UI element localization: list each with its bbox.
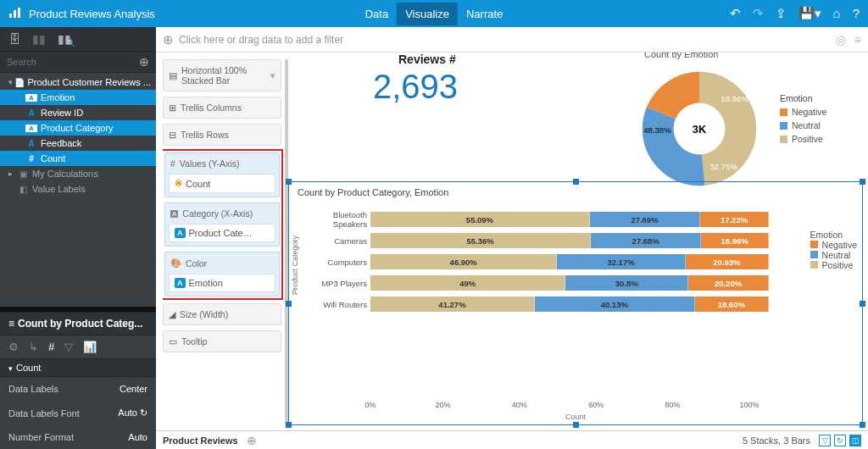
donut-chart[interactable]: 3K 48.38% 32.75% 18.86% — [632, 61, 767, 197]
help-icon[interactable]: ? — [853, 6, 860, 21]
selection-collapse-icon[interactable]: ≡ — [8, 318, 14, 330]
tree-field-feedback[interactable]: AFeedback — [0, 136, 156, 151]
tree-value-labels[interactable]: ◧Value Labels — [0, 181, 156, 197]
app-title: Product Reviews Analysis — [29, 8, 155, 20]
bar-segment-neu[interactable]: 27.68% — [591, 233, 701, 248]
prop-number-format[interactable]: Number FormatAuto — [0, 425, 156, 449]
bar-row[interactable]: Computers46.90%32.17%20.93% — [370, 254, 769, 269]
add-sheet-button[interactable]: ⊕ — [247, 434, 257, 447]
add-data-button[interactable]: ⊕ — [139, 55, 149, 69]
resize-handle[interactable] — [860, 179, 865, 185]
tree-field-count[interactable]: #Count — [0, 151, 156, 166]
view-filter-icon[interactable]: ▽ — [819, 435, 831, 446]
tool-axes-icon[interactable]: ↳ — [29, 341, 38, 353]
tree-my-calculations[interactable]: ▸▣My Calculations — [0, 166, 156, 181]
legend-item-negative[interactable]: Negative — [780, 106, 826, 119]
legend-item-negative[interactable]: Negative — [810, 240, 857, 250]
section-count[interactable]: ▾Count — [0, 358, 156, 377]
dz-color[interactable]: 🎨Color AEmotion — [164, 252, 280, 297]
x-tick: 40% — [512, 401, 527, 409]
resize-handle[interactable] — [573, 422, 579, 428]
dz-category[interactable]: ACategory (X-Axis) AProduct Cate… — [164, 202, 280, 247]
status-text: 5 Stacks, 3 Bars — [743, 435, 810, 446]
bar-category-label: Cameras — [301, 236, 367, 246]
list-icon[interactable]: ≡ — [854, 33, 861, 47]
sheet-tab[interactable]: Product Reviews — [163, 435, 238, 446]
annotation-icon[interactable]: ◎ — [836, 33, 846, 47]
bar-segment-pos[interactable]: 41.27% — [370, 297, 535, 312]
chip-product-category[interactable]: AProduct Cate… — [169, 224, 275, 242]
redo-icon[interactable]: ↷ — [753, 6, 764, 21]
bar-segment-neu[interactable]: 32.17% — [557, 254, 685, 269]
bar-segment-neg[interactable]: 17.22% — [700, 212, 769, 227]
dz-size[interactable]: ◢Size (Width) — [163, 303, 281, 325]
tool-analytics-icon[interactable]: 📊 — [83, 341, 97, 353]
undo-icon[interactable]: ↶ — [730, 6, 741, 21]
prop-data-labels[interactable]: Data LabelsCenter — [0, 377, 156, 401]
selected-chart[interactable]: Count by Product Category, Emotion Produ… — [288, 181, 863, 425]
legend-item-neutral[interactable]: Neutral — [780, 119, 826, 133]
data-icon[interactable]: 🗄 — [8, 32, 20, 46]
tool-settings-icon[interactable]: ⚙ — [8, 341, 19, 353]
bar-segment-neg[interactable]: 20.20% — [688, 275, 769, 291]
tree-field-emotion[interactable]: AEmotion — [0, 90, 156, 105]
bar-segment-pos[interactable]: 55.36% — [370, 233, 591, 248]
refresh-icon[interactable]: ↻ — [140, 407, 147, 418]
bar-segment-neg[interactable]: 18.60% — [695, 297, 769, 312]
save-icon[interactable]: 💾▾ — [798, 6, 821, 21]
chip-count[interactable]: ※Count — [169, 174, 275, 193]
bar-segment-neu[interactable]: 30.8% — [565, 275, 688, 291]
bar-row[interactable]: Bluetooth Speakers55.09%27.69%17.22% — [370, 212, 769, 227]
legend-item-positive[interactable]: Positive — [810, 260, 857, 270]
tab-narrate[interactable]: Narrate — [458, 3, 511, 25]
share-icon[interactable]: ⇪ — [776, 6, 787, 21]
bar-segment-neg[interactable]: 16.96% — [701, 233, 769, 248]
tree-field-product-category[interactable]: AProduct Category — [0, 120, 156, 136]
resize-handle[interactable] — [286, 301, 292, 307]
trellis-rows-icon: ⊟ — [169, 130, 176, 140]
mode-tabs: Data Visualize Narrate — [357, 3, 512, 25]
bar-segment-neg[interactable]: 20.93% — [686, 254, 769, 269]
measure-icon: ※ — [175, 178, 182, 189]
home-icon[interactable]: ⌂ — [833, 6, 841, 21]
bar-segment-pos[interactable]: 55.09% — [370, 212, 590, 227]
tool-grid-icon[interactable]: # — [48, 341, 54, 353]
view-panel-icon[interactable]: ◫ — [849, 435, 861, 446]
prop-data-labels-font[interactable]: Data Labels FontAuto ↻ — [0, 401, 156, 425]
x-tick: 80% — [665, 401, 681, 409]
footer: Product Reviews ⊕ 5 Stacks, 3 Bars ▽ ↻ ◫ — [156, 430, 868, 449]
insight-icon[interactable]: ▮▮🔍 — [58, 32, 71, 46]
resize-handle[interactable] — [286, 422, 292, 428]
sidebar-search: ⊕ — [0, 52, 156, 73]
tab-data[interactable]: Data — [357, 3, 397, 25]
bar-row[interactable]: MP3 Players49%30.8%20.20% — [370, 275, 769, 291]
dz-tooltip[interactable]: ▭Tooltip — [163, 330, 281, 352]
search-input[interactable] — [7, 57, 139, 67]
legend-item-neutral[interactable]: Neutral — [810, 250, 857, 260]
add-filter-icon[interactable]: ⊕ — [163, 32, 174, 47]
bar-segment-neu[interactable]: 40.13% — [535, 297, 695, 312]
tab-visualize[interactable]: Visualize — [397, 3, 458, 25]
resize-handle[interactable] — [286, 179, 292, 185]
chip-emotion[interactable]: AEmotion — [169, 274, 275, 292]
dz-trellis-rows[interactable]: ⊟Trellis Rows — [163, 124, 281, 146]
selection-tools: ⚙ ↳ # ▽ 📊 — [0, 335, 156, 358]
legend-item-positive[interactable]: Positive — [780, 133, 826, 147]
resize-handle[interactable] — [860, 301, 865, 307]
resize-handle[interactable] — [860, 422, 865, 428]
filter-placeholder[interactable]: Click here or drag data to add a filter — [179, 34, 343, 46]
tree-dataset[interactable]: ▾📄Product Customer Reviews ... — [0, 75, 156, 90]
bar-row[interactable]: Cameras55.36%27.68%16.96% — [370, 233, 769, 248]
dz-values[interactable]: #Values (Y-Axis) ※Count — [164, 152, 280, 197]
bar-segment-neu[interactable]: 27.69% — [590, 212, 700, 227]
view-refresh-icon[interactable]: ↻ — [834, 435, 846, 446]
bar-segment-pos[interactable]: 46.90% — [370, 254, 557, 269]
tree-field-review-id[interactable]: AReview ID — [0, 105, 156, 120]
bar-row[interactable]: Wifi Routers41.27%40.13%18.60% — [370, 297, 769, 312]
bar-segment-pos[interactable]: 49% — [370, 275, 565, 291]
resize-handle[interactable] — [573, 179, 579, 185]
dz-trellis-columns[interactable]: ⊞Trellis Columns — [163, 97, 281, 119]
tool-filter-icon[interactable]: ▽ — [64, 341, 73, 353]
chart-icon[interactable]: ▮▮ — [32, 32, 46, 46]
dz-chart-type[interactable]: ▤Horizontal 100% Stacked Bar▾ — [163, 59, 281, 91]
